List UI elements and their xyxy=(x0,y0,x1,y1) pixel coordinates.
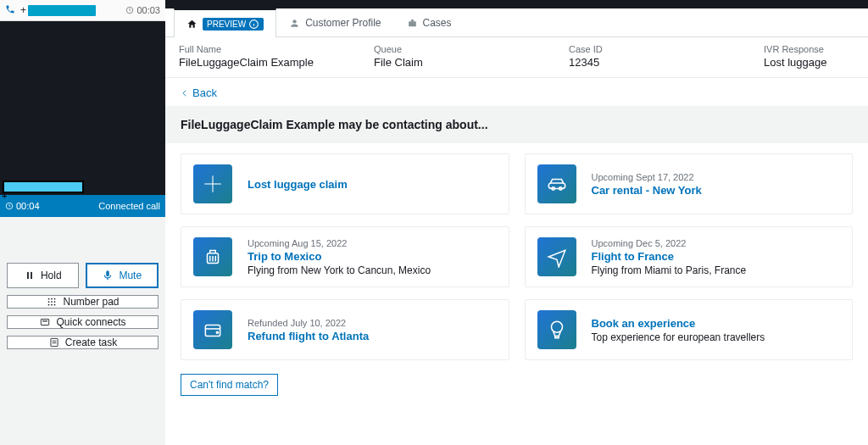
wallet-icon xyxy=(193,310,232,349)
no-match-row: Can't find match? xyxy=(181,374,853,396)
svg-point-34 xyxy=(551,321,562,332)
caller-id-redacted xyxy=(28,5,96,16)
caller-id-box xyxy=(3,181,84,193)
svg-point-21 xyxy=(292,19,296,23)
cards-grid: Lost luggage claim Upcoming Sept 17, 202… xyxy=(165,153,868,360)
svg-point-7 xyxy=(48,301,50,303)
mute-button[interactable]: Mute xyxy=(86,263,159,288)
card-title: Book an experience xyxy=(592,317,765,330)
card-sub: Flying from New York to Cancun, Mexico xyxy=(248,264,431,276)
create-task-button[interactable]: Create task xyxy=(7,336,159,349)
plane-icon xyxy=(537,237,576,276)
tab-customer-profile[interactable]: Customer Profile xyxy=(276,8,393,36)
card-flight-france[interactable]: Upcoming Dec 5, 2022 Flight to France Fl… xyxy=(525,226,854,287)
svg-rect-3 xyxy=(31,272,32,279)
plus-icon xyxy=(193,164,232,203)
card-meta: Refunded July 10, 2022 xyxy=(248,318,369,328)
card-title: Car rental - New York xyxy=(592,184,702,197)
svg-point-10 xyxy=(48,304,50,306)
agent-panel: + 00:03 + 00:04 Connected call xyxy=(0,0,165,445)
info-queue: Queue File Claim xyxy=(374,44,569,69)
call-controls: Hold Mute Number pad Quick connects Crea… xyxy=(0,217,165,356)
card-book-experience[interactable]: Book an experience Top experience for eu… xyxy=(525,299,854,360)
card-title: Flight to France xyxy=(592,250,747,263)
caller-plus: + xyxy=(20,4,26,16)
card-title: Trip to Mexico xyxy=(248,250,431,263)
svg-point-33 xyxy=(216,331,218,333)
quick-connects-button[interactable]: Quick connects xyxy=(7,315,159,329)
svg-rect-25 xyxy=(548,183,565,189)
card-trip-mexico[interactable]: Upcoming Aug 15, 2022 Trip to Mexico Fly… xyxy=(181,226,509,287)
tab-home[interactable]: PREVIEW xyxy=(174,8,276,37)
car-icon xyxy=(537,164,576,203)
numpad-button[interactable]: Number pad xyxy=(7,295,159,309)
card-title: Lost luggage claim xyxy=(248,178,348,191)
contact-info-bar: Full Name FileLuggageClaim Example Queue… xyxy=(165,37,868,78)
hold-button[interactable]: Hold xyxy=(7,263,79,288)
call-state: Connected call xyxy=(98,201,160,211)
tab-cases[interactable]: Cases xyxy=(394,8,465,36)
svg-rect-22 xyxy=(409,21,416,26)
card-refund-atlanta[interactable]: Refunded July 10, 2022 Refund flight to … xyxy=(181,299,509,360)
card-lost-luggage-claim[interactable]: Lost luggage claim xyxy=(181,153,509,214)
svg-rect-2 xyxy=(27,272,29,279)
info-ivr: IVR Response Lost luggage xyxy=(764,44,860,69)
card-meta: Upcoming Dec 5, 2022 xyxy=(592,238,747,248)
card-sub: Top experience for european travellers xyxy=(592,331,765,343)
svg-rect-15 xyxy=(51,338,58,346)
main-panel: PREVIEW Customer Profile Cases Full Name… xyxy=(165,0,868,445)
svg-rect-13 xyxy=(42,320,49,325)
svg-point-6 xyxy=(54,298,56,300)
back-link[interactable]: Back xyxy=(165,78,868,106)
svg-point-8 xyxy=(52,301,53,303)
status-timer: 00:04 xyxy=(5,201,40,211)
svg-point-11 xyxy=(52,304,53,306)
card-car-rental[interactable]: Upcoming Sept 17, 2022 Car rental - New … xyxy=(525,153,854,214)
call-status-bar: + 00:04 Connected call xyxy=(0,195,165,217)
svg-point-9 xyxy=(54,301,56,303)
info-full-name: Full Name FileLuggageClaim Example xyxy=(179,44,374,69)
cant-find-match-button[interactable]: Can't find match? xyxy=(181,374,278,396)
call-dark-area xyxy=(0,21,165,195)
card-sub: Flying from Miami to Paris, France xyxy=(592,264,747,276)
preview-badge: PREVIEW xyxy=(203,18,264,31)
header-timer: 00:03 xyxy=(125,5,160,15)
tab-bar: PREVIEW Customer Profile Cases xyxy=(165,8,868,37)
top-dark-strip xyxy=(165,0,868,8)
phone-icon xyxy=(5,4,15,16)
svg-rect-14 xyxy=(43,320,48,321)
call-header: + 00:03 xyxy=(0,0,165,21)
card-meta: Upcoming Aug 15, 2022 xyxy=(248,238,431,248)
svg-point-5 xyxy=(52,298,53,300)
svg-point-12 xyxy=(54,304,56,306)
info-case-id: Case ID 12345 xyxy=(569,44,764,69)
luggage-icon xyxy=(193,237,232,276)
balloon-icon xyxy=(537,310,576,349)
card-title: Refund flight to Atlanta xyxy=(248,330,369,342)
svg-rect-35 xyxy=(554,337,558,338)
svg-rect-32 xyxy=(205,325,220,337)
contacting-header: FileLuggageClaim Example may be contacti… xyxy=(165,106,868,143)
card-meta: Upcoming Sept 17, 2022 xyxy=(592,172,702,182)
svg-point-4 xyxy=(48,298,50,300)
